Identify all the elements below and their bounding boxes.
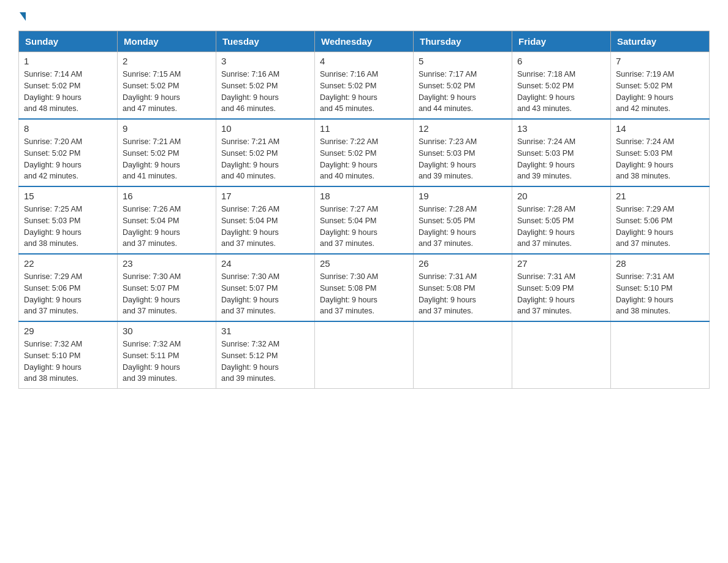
calendar-day-cell: 5 Sunrise: 7:17 AM Sunset: 5:02 PM Dayli… [414,52,512,120]
calendar-day-cell [512,321,611,389]
day-info: Sunrise: 7:26 AM Sunset: 5:04 PM Dayligh… [221,204,309,250]
calendar-day-cell [414,321,512,389]
calendar-week-row: 8 Sunrise: 7:20 AM Sunset: 5:02 PM Dayli… [19,119,710,186]
calendar-day-cell: 8 Sunrise: 7:20 AM Sunset: 5:02 PM Dayli… [19,119,118,186]
day-info: Sunrise: 7:24 AM Sunset: 5:03 PM Dayligh… [616,136,704,182]
logo-triangle-icon [20,12,26,21]
day-info: Sunrise: 7:32 AM Sunset: 5:11 PM Dayligh… [123,339,211,385]
day-info: Sunrise: 7:29 AM Sunset: 5:06 PM Dayligh… [616,204,704,250]
weekday-header-friday: Friday [512,31,611,52]
day-info: Sunrise: 7:21 AM Sunset: 5:02 PM Dayligh… [221,136,309,182]
day-number: 13 [517,123,605,134]
calendar-day-cell: 6 Sunrise: 7:18 AM Sunset: 5:02 PM Dayli… [512,52,611,120]
day-info: Sunrise: 7:23 AM Sunset: 5:03 PM Dayligh… [419,136,507,182]
day-info: Sunrise: 7:25 AM Sunset: 5:03 PM Dayligh… [24,204,112,250]
day-number: 14 [616,123,704,134]
day-info: Sunrise: 7:30 AM Sunset: 5:07 PM Dayligh… [123,271,211,317]
calendar-week-row: 15 Sunrise: 7:25 AM Sunset: 5:03 PM Dayl… [19,186,710,254]
day-info: Sunrise: 7:16 AM Sunset: 5:02 PM Dayligh… [320,69,408,115]
calendar-day-cell: 26 Sunrise: 7:31 AM Sunset: 5:08 PM Dayl… [414,254,512,321]
day-info: Sunrise: 7:31 AM Sunset: 5:10 PM Dayligh… [616,271,704,317]
day-info: Sunrise: 7:22 AM Sunset: 5:02 PM Dayligh… [320,136,408,182]
calendar-day-cell: 11 Sunrise: 7:22 AM Sunset: 5:02 PM Dayl… [315,119,414,186]
day-number: 21 [616,191,704,201]
day-number: 20 [517,191,605,201]
day-number: 25 [320,258,408,269]
day-number: 26 [419,258,507,269]
calendar-day-cell [315,321,414,389]
calendar-day-cell: 17 Sunrise: 7:26 AM Sunset: 5:04 PM Dayl… [216,186,315,254]
calendar-day-cell: 20 Sunrise: 7:28 AM Sunset: 5:05 PM Dayl… [512,186,611,254]
day-info: Sunrise: 7:18 AM Sunset: 5:02 PM Dayligh… [517,69,605,115]
day-number: 18 [320,191,408,201]
calendar-day-cell: 21 Sunrise: 7:29 AM Sunset: 5:06 PM Dayl… [611,186,710,254]
calendar-week-row: 29 Sunrise: 7:32 AM Sunset: 5:10 PM Dayl… [19,321,710,389]
day-info: Sunrise: 7:30 AM Sunset: 5:07 PM Dayligh… [221,271,309,317]
day-info: Sunrise: 7:31 AM Sunset: 5:08 PM Dayligh… [419,271,507,317]
day-number: 11 [320,123,408,134]
day-number: 5 [419,56,507,66]
day-info: Sunrise: 7:20 AM Sunset: 5:02 PM Dayligh… [24,136,112,182]
day-info: Sunrise: 7:14 AM Sunset: 5:02 PM Dayligh… [24,69,112,115]
day-number: 7 [616,56,704,66]
calendar-day-cell: 22 Sunrise: 7:29 AM Sunset: 5:06 PM Dayl… [19,254,118,321]
day-number: 23 [123,258,211,269]
day-number: 16 [123,191,211,201]
day-number: 8 [24,123,112,134]
day-number: 17 [221,191,309,201]
weekday-header-tuesday: Tuesday [216,31,315,52]
calendar-day-cell: 19 Sunrise: 7:28 AM Sunset: 5:05 PM Dayl… [414,186,512,254]
day-info: Sunrise: 7:28 AM Sunset: 5:05 PM Dayligh… [517,204,605,250]
weekday-header-thursday: Thursday [414,31,512,52]
weekday-header-wednesday: Wednesday [315,31,414,52]
calendar-day-cell [611,321,710,389]
day-number: 22 [24,258,112,269]
day-info: Sunrise: 7:17 AM Sunset: 5:02 PM Dayligh… [419,69,507,115]
day-info: Sunrise: 7:24 AM Sunset: 5:03 PM Dayligh… [517,136,605,182]
day-number: 3 [221,56,309,66]
day-info: Sunrise: 7:19 AM Sunset: 5:02 PM Dayligh… [616,69,704,115]
calendar-day-cell: 15 Sunrise: 7:25 AM Sunset: 5:03 PM Dayl… [19,186,118,254]
logo [18,12,26,21]
calendar-day-cell: 7 Sunrise: 7:19 AM Sunset: 5:02 PM Dayli… [611,52,710,120]
day-number: 2 [123,56,211,66]
calendar-day-cell: 14 Sunrise: 7:24 AM Sunset: 5:03 PM Dayl… [611,119,710,186]
calendar-day-cell: 31 Sunrise: 7:32 AM Sunset: 5:12 PM Dayl… [216,321,315,389]
page-header [18,12,710,21]
day-number: 29 [24,326,112,336]
calendar-day-cell: 24 Sunrise: 7:30 AM Sunset: 5:07 PM Dayl… [216,254,315,321]
calendar-day-cell: 3 Sunrise: 7:16 AM Sunset: 5:02 PM Dayli… [216,52,315,120]
day-info: Sunrise: 7:32 AM Sunset: 5:10 PM Dayligh… [24,339,112,385]
day-number: 9 [123,123,211,134]
calendar-day-cell: 25 Sunrise: 7:30 AM Sunset: 5:08 PM Dayl… [315,254,414,321]
calendar-day-cell: 12 Sunrise: 7:23 AM Sunset: 5:03 PM Dayl… [414,119,512,186]
calendar-day-cell: 9 Sunrise: 7:21 AM Sunset: 5:02 PM Dayli… [118,119,216,186]
day-info: Sunrise: 7:30 AM Sunset: 5:08 PM Dayligh… [320,271,408,317]
day-info: Sunrise: 7:31 AM Sunset: 5:09 PM Dayligh… [517,271,605,317]
day-number: 4 [320,56,408,66]
calendar-week-row: 22 Sunrise: 7:29 AM Sunset: 5:06 PM Dayl… [19,254,710,321]
day-number: 24 [221,258,309,269]
calendar-day-cell: 23 Sunrise: 7:30 AM Sunset: 5:07 PM Dayl… [118,254,216,321]
day-info: Sunrise: 7:32 AM Sunset: 5:12 PM Dayligh… [221,339,309,385]
weekday-header-saturday: Saturday [611,31,710,52]
day-number: 19 [419,191,507,201]
day-info: Sunrise: 7:15 AM Sunset: 5:02 PM Dayligh… [123,69,211,115]
day-number: 10 [221,123,309,134]
calendar-day-cell: 18 Sunrise: 7:27 AM Sunset: 5:04 PM Dayl… [315,186,414,254]
calendar-day-cell: 30 Sunrise: 7:32 AM Sunset: 5:11 PM Dayl… [118,321,216,389]
day-number: 1 [24,56,112,66]
day-number: 28 [616,258,704,269]
day-number: 31 [221,326,309,336]
weekday-header-sunday: Sunday [19,31,118,52]
day-info: Sunrise: 7:21 AM Sunset: 5:02 PM Dayligh… [123,136,211,182]
day-number: 30 [123,326,211,336]
day-info: Sunrise: 7:28 AM Sunset: 5:05 PM Dayligh… [419,204,507,250]
calendar-day-cell: 4 Sunrise: 7:16 AM Sunset: 5:02 PM Dayli… [315,52,414,120]
calendar-week-row: 1 Sunrise: 7:14 AM Sunset: 5:02 PM Dayli… [19,52,710,120]
day-number: 15 [24,191,112,201]
day-number: 12 [419,123,507,134]
calendar-day-cell: 2 Sunrise: 7:15 AM Sunset: 5:02 PM Dayli… [118,52,216,120]
weekday-header-monday: Monday [118,31,216,52]
day-info: Sunrise: 7:26 AM Sunset: 5:04 PM Dayligh… [123,204,211,250]
